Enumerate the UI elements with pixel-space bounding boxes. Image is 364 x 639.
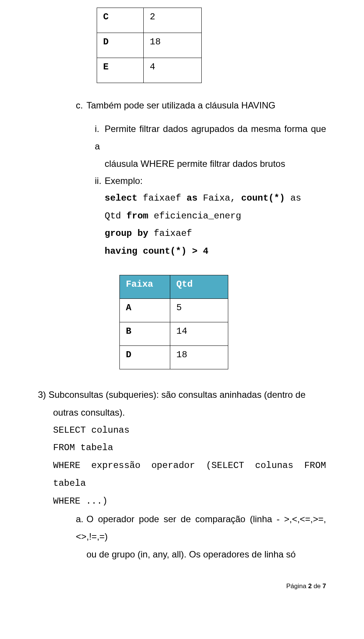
list-text: Exemplo: [105,176,143,186]
list-item-c: c.Também pode ser utilizada a cláusula H… [76,98,326,113]
list-text: O operador pode ser de comparação (linha… [76,514,326,542]
table-row: D 18 [97,33,202,58]
top-table: C 2 D 18 E 4 [97,8,202,83]
code-text: faixaef [148,228,192,239]
keyword: from [127,211,149,221]
list-text: Também pode ser utilizada a cláusula HAV… [86,100,275,110]
list-marker: c. [76,98,86,113]
cell-label: B [120,322,170,345]
list-text-continued: cláusula WHERE permite filtrar dados bru… [105,155,326,173]
column-header-faixa: Faixa [120,275,170,298]
code-line: WHERE expressão operador (SELECT colunas… [53,457,326,493]
table-row: E 4 [97,58,202,83]
cell-value: 2 [144,8,202,33]
list-marker: ii. [95,172,105,190]
list-item-a: a.O operador pode ser de comparação (lin… [76,510,326,546]
code-text: Qtd [105,211,127,221]
footer-sep: de [312,582,322,590]
cell-value: 14 [170,322,228,345]
sql-template: SELECT colunas FROM tabela WHERE express… [53,422,326,510]
table-header-row: Faixa Qtd [120,275,228,298]
code-text: faixaef [137,193,187,203]
table-row: C 2 [97,8,202,33]
cell-value: 5 [170,298,228,322]
cell-value: 4 [144,58,202,83]
faixa-qtd-table: Faixa Qtd A 5 B 14 D 18 [119,275,228,369]
footer-prefix: Página [286,582,308,590]
code-line: Qtd from eficiencia_energ [105,207,326,225]
cell-label: A [120,298,170,322]
cell-label: D [97,33,144,58]
table-row: A 5 [120,298,228,322]
code-line: having count(*) > 4 [105,243,326,261]
code-text: Faixa, [198,193,241,203]
code-text: eficiencia_energ [148,211,241,221]
cell-value: 18 [170,345,228,369]
sql-example-1: select faixaef as Faixa, count(*) as Qtd… [105,190,326,261]
list-item-i: i.Permite filtrar dados agrupados da mes… [95,120,326,155]
section-3-continued: outras consultas). [53,404,326,422]
page-current: 2 [308,582,312,590]
list-marker: i. [95,120,105,138]
column-header-qtd: Qtd [170,275,228,298]
list-text: Permite filtrar dados agrupados da mesma… [95,124,326,151]
code-text: as [285,193,301,203]
keyword: as [187,193,198,203]
code-line: WHERE ...) [53,493,326,510]
table-row: B 14 [120,322,228,345]
keyword: group by [105,228,148,239]
code-line: FROM tabela [53,439,326,457]
cell-label: C [97,8,144,33]
page-footer: Página 2 de 7 [38,582,326,590]
list-item-ii: ii.Exemplo: [95,172,326,190]
cell-label: E [97,58,144,83]
code-line: select faixaef as Faixa, count(*) as [105,190,326,207]
keyword: count(*) [241,193,285,203]
code-line: SELECT colunas [53,422,326,440]
table-row: D 18 [120,345,228,369]
cell-value: 18 [144,33,202,58]
page-total: 7 [323,582,326,590]
list-marker: a. [76,510,86,528]
list-text-continued: ou de grupo (in, any, all). Os operadore… [86,546,326,564]
code-line: group by faixaef [105,225,326,243]
cell-label: D [120,345,170,369]
section-3-heading: 3) Subconsultas (subqueries): são consul… [38,386,326,404]
keyword: select [105,193,137,203]
